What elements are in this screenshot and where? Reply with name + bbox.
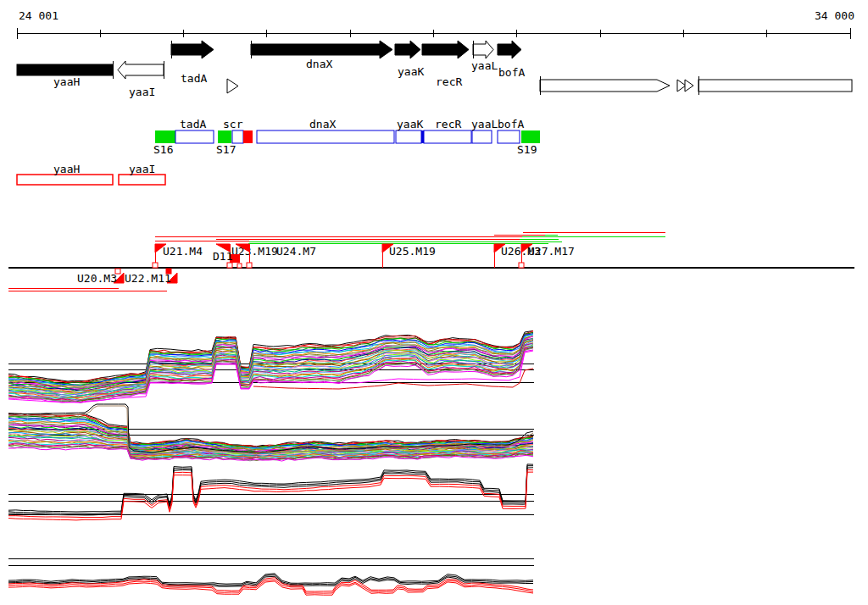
- segment-gene-box[interactable]: [257, 130, 394, 143]
- segment-id-label: S17: [216, 143, 236, 156]
- gene-label: yaaH: [53, 75, 80, 88]
- probe-base-square: [237, 264, 242, 268]
- gene-yaaK[interactable]: [395, 41, 420, 58]
- segment-gene-box[interactable]: [396, 130, 421, 143]
- segment-probe-box[interactable]: [155, 130, 175, 143]
- gene-label: tadA: [181, 72, 207, 85]
- probe-label: U27.M17: [528, 245, 575, 258]
- gene-dnaX[interactable]: [251, 41, 392, 58]
- gene-tadA[interactable]: [171, 41, 214, 58]
- red-gene-box-yaaH[interactable]: [17, 175, 113, 185]
- gene-bofA[interactable]: [498, 41, 521, 58]
- expression-profile-line: [8, 334, 533, 386]
- segment-probe-box[interactable]: [218, 130, 231, 143]
- segment-probe-box[interactable]: [521, 130, 540, 143]
- gene-feature[interactable]: [540, 80, 670, 92]
- segment-gene-box[interactable]: [175, 130, 214, 143]
- gene-label: yaaK: [398, 65, 424, 78]
- small-arrow-feature[interactable]: [227, 79, 238, 93]
- segment-label: dnaX: [309, 118, 336, 130]
- segment-label: scr: [223, 118, 243, 130]
- segment-gene-box[interactable]: [498, 130, 520, 143]
- gene-label: dnaX: [306, 58, 332, 70]
- probe-label: U20.M3: [77, 272, 117, 285]
- scr-red-box[interactable]: [243, 130, 253, 143]
- segment-label: yaaL: [471, 118, 498, 130]
- gene-label: yaaI: [129, 86, 155, 98]
- probe-base-square: [153, 263, 158, 268]
- segment-id-label: S19: [517, 143, 537, 156]
- probe-base-square: [247, 263, 252, 268]
- probe-label: U22.M11: [125, 272, 171, 285]
- gene-yaaH[interactable]: [17, 64, 113, 75]
- gene-yaaL[interactable]: [473, 41, 493, 58]
- segment-label: recR: [435, 118, 461, 130]
- expression-profile-line: [8, 464, 533, 512]
- probe-label: U21.M4: [163, 245, 203, 258]
- red-gene-box-yaaI[interactable]: [119, 175, 165, 185]
- expression-profile-line: [8, 334, 533, 385]
- gene-label: yaaL: [471, 59, 498, 72]
- segment-label: tadA: [180, 118, 206, 130]
- segment-gene-box[interactable]: [424, 130, 471, 143]
- gene-yaaI[interactable]: [118, 61, 164, 79]
- gene-feature[interactable]: [698, 80, 852, 92]
- expression-profile-line: [8, 466, 533, 514]
- genome-browser-window: 24 001 34 000 yaaHyaaItadAdnaXyaaKrecRya…: [0, 0, 868, 605]
- probe-base-square: [519, 263, 524, 268]
- segment-id-label: S16: [153, 143, 173, 156]
- probe-label: U24.M7: [276, 245, 316, 258]
- probe-base-square: [227, 263, 232, 268]
- gene-label: recR: [436, 75, 462, 88]
- gene-recR[interactable]: [422, 41, 469, 58]
- red-box-label: yaaI: [129, 163, 155, 175]
- genome-browser-scene: yaaHyaaItadAdnaXyaaKrecRyaaLbofAtadAscrd…: [0, 0, 868, 605]
- segment-label: bofA: [498, 118, 524, 130]
- probe-label: U25.M19: [389, 245, 436, 258]
- segment-gene-box[interactable]: [472, 130, 492, 143]
- segment-label: yaaK: [397, 118, 423, 130]
- probe-label: D11: [213, 250, 232, 263]
- chevron-icon[interactable]: [685, 80, 693, 92]
- gene-label: bofA: [498, 66, 525, 79]
- segment-gene-box[interactable]: [232, 130, 243, 143]
- red-box-label: yaaH: [53, 163, 80, 175]
